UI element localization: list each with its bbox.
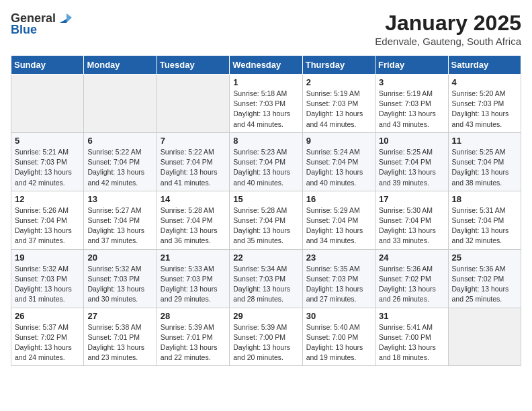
day-info: Sunrise: 5:34 AM Sunset: 7:03 PM Dayligh…: [233, 264, 298, 305]
title-section: January 2025 Edenvale, Gauteng, South Af…: [375, 11, 521, 47]
day-number: 2: [306, 77, 371, 87]
day-number: 24: [379, 253, 444, 263]
calendar-cell: 14Sunrise: 5:28 AM Sunset: 7:04 PM Dayli…: [157, 191, 229, 249]
logo: General Blue: [11, 11, 72, 37]
header-thursday: Thursday: [302, 56, 375, 75]
calendar-cell: 11Sunrise: 5:25 AM Sunset: 7:04 PM Dayli…: [448, 132, 521, 191]
logo-blue: Blue: [11, 23, 37, 37]
day-number: 25: [452, 253, 517, 263]
day-info: Sunrise: 5:23 AM Sunset: 7:04 PM Dayligh…: [233, 147, 298, 188]
day-number: 29: [233, 311, 298, 321]
day-number: 8: [233, 136, 298, 146]
calendar-week-row: 26Sunrise: 5:37 AM Sunset: 7:02 PM Dayli…: [11, 308, 521, 366]
header-saturday: Saturday: [448, 56, 521, 75]
day-info: Sunrise: 5:22 AM Sunset: 7:04 PM Dayligh…: [161, 147, 226, 188]
calendar-cell: 20Sunrise: 5:32 AM Sunset: 7:03 PM Dayli…: [84, 249, 157, 308]
calendar-cell: [11, 75, 84, 133]
month-year: January 2025: [375, 11, 521, 36]
calendar-cell: 23Sunrise: 5:35 AM Sunset: 7:03 PM Dayli…: [302, 249, 375, 308]
day-number: 27: [87, 311, 152, 321]
day-info: Sunrise: 5:18 AM Sunset: 7:03 PM Dayligh…: [233, 89, 298, 130]
calendar-header-row: SundayMondayTuesdayWednesdayThursdayFrid…: [11, 56, 521, 75]
day-info: Sunrise: 5:38 AM Sunset: 7:01 PM Dayligh…: [87, 322, 152, 363]
day-number: 17: [379, 194, 444, 204]
header-tuesday: Tuesday: [157, 56, 229, 75]
calendar-week-row: 19Sunrise: 5:32 AM Sunset: 7:03 PM Dayli…: [11, 249, 521, 308]
calendar-cell: 13Sunrise: 5:27 AM Sunset: 7:04 PM Dayli…: [84, 191, 157, 249]
day-info: Sunrise: 5:25 AM Sunset: 7:04 PM Dayligh…: [452, 147, 517, 188]
day-number: 23: [306, 253, 371, 263]
header-friday: Friday: [375, 56, 448, 75]
calendar-cell: 17Sunrise: 5:30 AM Sunset: 7:04 PM Dayli…: [375, 191, 448, 249]
day-info: Sunrise: 5:29 AM Sunset: 7:04 PM Dayligh…: [306, 205, 371, 246]
day-number: 14: [161, 194, 226, 204]
header-monday: Monday: [84, 56, 157, 75]
calendar-table: SundayMondayTuesdayWednesdayThursdayFrid…: [11, 55, 521, 366]
location: Edenvale, Gauteng, South Africa: [375, 36, 521, 47]
day-number: 16: [306, 194, 371, 204]
day-info: Sunrise: 5:30 AM Sunset: 7:04 PM Dayligh…: [379, 205, 444, 246]
calendar-cell: [448, 308, 521, 366]
calendar-cell: [157, 75, 229, 133]
day-number: 9: [306, 136, 371, 146]
day-number: 10: [379, 136, 444, 146]
calendar-cell: 18Sunrise: 5:31 AM Sunset: 7:04 PM Dayli…: [448, 191, 521, 249]
calendar-cell: 29Sunrise: 5:39 AM Sunset: 7:00 PM Dayli…: [230, 308, 302, 366]
day-info: Sunrise: 5:24 AM Sunset: 7:04 PM Dayligh…: [306, 147, 371, 188]
day-info: Sunrise: 5:32 AM Sunset: 7:03 PM Dayligh…: [87, 264, 152, 305]
calendar-cell: 6Sunrise: 5:22 AM Sunset: 7:04 PM Daylig…: [84, 132, 157, 191]
calendar-cell: 4Sunrise: 5:20 AM Sunset: 7:03 PM Daylig…: [448, 75, 521, 133]
calendar-cell: 9Sunrise: 5:24 AM Sunset: 7:04 PM Daylig…: [302, 132, 375, 191]
day-number: 28: [161, 311, 226, 321]
day-info: Sunrise: 5:19 AM Sunset: 7:03 PM Dayligh…: [379, 89, 444, 130]
logo-icon: [57, 11, 72, 26]
calendar-cell: 15Sunrise: 5:28 AM Sunset: 7:04 PM Dayli…: [230, 191, 302, 249]
calendar-cell: 21Sunrise: 5:33 AM Sunset: 7:03 PM Dayli…: [157, 249, 229, 308]
day-info: Sunrise: 5:19 AM Sunset: 7:03 PM Dayligh…: [306, 89, 371, 130]
calendar-cell: 12Sunrise: 5:26 AM Sunset: 7:04 PM Dayli…: [11, 191, 84, 249]
calendar-cell: [84, 75, 157, 133]
day-info: Sunrise: 5:21 AM Sunset: 7:03 PM Dayligh…: [15, 147, 80, 188]
day-info: Sunrise: 5:33 AM Sunset: 7:03 PM Dayligh…: [161, 264, 226, 305]
calendar-week-row: 12Sunrise: 5:26 AM Sunset: 7:04 PM Dayli…: [11, 191, 521, 249]
calendar-cell: 7Sunrise: 5:22 AM Sunset: 7:04 PM Daylig…: [157, 132, 229, 191]
day-number: 18: [452, 194, 517, 204]
day-number: 3: [379, 77, 444, 87]
day-info: Sunrise: 5:36 AM Sunset: 7:02 PM Dayligh…: [452, 264, 517, 305]
svg-marker-1: [66, 13, 72, 23]
day-info: Sunrise: 5:20 AM Sunset: 7:03 PM Dayligh…: [452, 89, 517, 130]
day-number: 6: [87, 136, 152, 146]
calendar-cell: 1Sunrise: 5:18 AM Sunset: 7:03 PM Daylig…: [230, 75, 302, 133]
calendar-cell: 22Sunrise: 5:34 AM Sunset: 7:03 PM Dayli…: [230, 249, 302, 308]
day-info: Sunrise: 5:41 AM Sunset: 7:00 PM Dayligh…: [379, 322, 444, 363]
calendar-cell: 31Sunrise: 5:41 AM Sunset: 7:00 PM Dayli…: [375, 308, 448, 366]
day-number: 22: [233, 253, 298, 263]
calendar-cell: 26Sunrise: 5:37 AM Sunset: 7:02 PM Dayli…: [11, 308, 84, 366]
day-number: 26: [15, 311, 80, 321]
page-header: General Blue January 2025 Edenvale, Gaut…: [11, 11, 521, 47]
day-info: Sunrise: 5:31 AM Sunset: 7:04 PM Dayligh…: [452, 205, 517, 246]
header-sunday: Sunday: [11, 56, 84, 75]
calendar-week-row: 5Sunrise: 5:21 AM Sunset: 7:03 PM Daylig…: [11, 132, 521, 191]
calendar-cell: 25Sunrise: 5:36 AM Sunset: 7:02 PM Dayli…: [448, 249, 521, 308]
day-number: 31: [379, 311, 444, 321]
day-info: Sunrise: 5:28 AM Sunset: 7:04 PM Dayligh…: [161, 205, 226, 246]
day-number: 5: [15, 136, 80, 146]
calendar-cell: 28Sunrise: 5:39 AM Sunset: 7:01 PM Dayli…: [157, 308, 229, 366]
header-wednesday: Wednesday: [230, 56, 302, 75]
day-number: 4: [452, 77, 517, 87]
day-number: 12: [15, 194, 80, 204]
day-info: Sunrise: 5:39 AM Sunset: 7:00 PM Dayligh…: [233, 322, 298, 363]
calendar-cell: 24Sunrise: 5:36 AM Sunset: 7:02 PM Dayli…: [375, 249, 448, 308]
calendar-cell: 3Sunrise: 5:19 AM Sunset: 7:03 PM Daylig…: [375, 75, 448, 133]
calendar-cell: 2Sunrise: 5:19 AM Sunset: 7:03 PM Daylig…: [302, 75, 375, 133]
day-number: 20: [87, 253, 152, 263]
day-info: Sunrise: 5:37 AM Sunset: 7:02 PM Dayligh…: [15, 322, 80, 363]
calendar-cell: 5Sunrise: 5:21 AM Sunset: 7:03 PM Daylig…: [11, 132, 84, 191]
calendar-cell: 10Sunrise: 5:25 AM Sunset: 7:04 PM Dayli…: [375, 132, 448, 191]
day-info: Sunrise: 5:32 AM Sunset: 7:03 PM Dayligh…: [15, 264, 80, 305]
day-info: Sunrise: 5:36 AM Sunset: 7:02 PM Dayligh…: [379, 264, 444, 305]
calendar-cell: 16Sunrise: 5:29 AM Sunset: 7:04 PM Dayli…: [302, 191, 375, 249]
day-info: Sunrise: 5:35 AM Sunset: 7:03 PM Dayligh…: [306, 264, 371, 305]
day-number: 21: [161, 253, 226, 263]
